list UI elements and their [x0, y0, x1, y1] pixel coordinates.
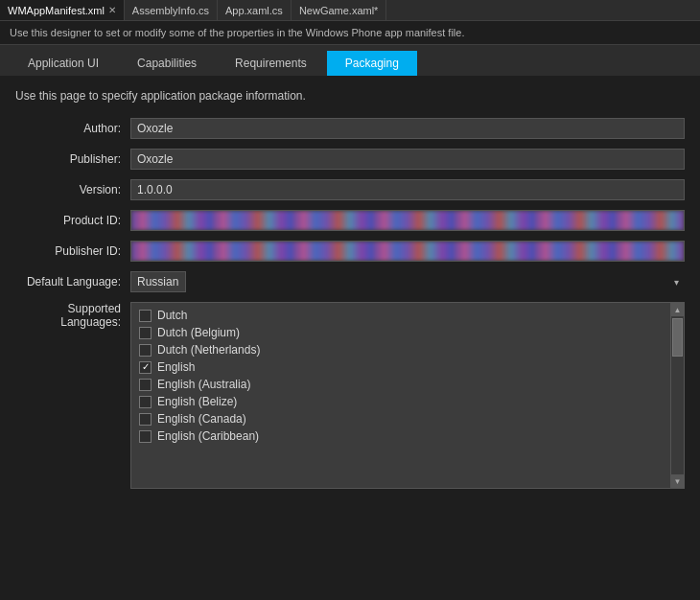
author-row: Author: [15, 118, 685, 139]
dutch-belgium-label: Dutch (Belgium) [157, 326, 240, 339]
scroll-up-button[interactable]: ▲ [671, 303, 684, 316]
default-language-select-wrapper: Russian English [130, 271, 685, 292]
publisher-row: Publisher: [15, 149, 685, 170]
page-description: Use this page to specify application pac… [15, 89, 685, 103]
english-australia-label: English (Australia) [157, 378, 250, 391]
file-tab-newgame[interactable]: NewGame.xaml* [292, 0, 387, 20]
english-belize-label: English (Belize) [157, 395, 237, 408]
file-tab-appxaml[interactable]: App.xaml.cs [218, 0, 292, 20]
english-caribbean-label: English (Caribbean) [157, 429, 259, 443]
file-tab-newgame-label: NewGame.xaml* [299, 5, 379, 16]
version-row: Version: [15, 179, 685, 200]
scroll-down-button[interactable]: ▼ [671, 474, 684, 488]
content-area: Use this page to specify application pac… [0, 76, 700, 512]
tab-capabilities[interactable]: Capabilities [119, 51, 215, 76]
list-item[interactable]: Dutch (Netherlands) [131, 341, 670, 358]
publisher-id-label: Publisher ID: [15, 244, 130, 258]
tab-requirements[interactable]: Requirements [217, 51, 325, 76]
product-id-row: Product ID: [15, 210, 685, 231]
list-item[interactable]: English (Caribbean) [131, 427, 670, 445]
scrollbar-track[interactable] [671, 316, 684, 474]
tab-packaging[interactable]: Packaging [327, 51, 417, 76]
publisher-label: Publisher: [15, 152, 130, 166]
list-item[interactable]: English (Australia) [131, 376, 670, 393]
main-tabs: Application UI Capabilities Requirements… [0, 45, 700, 76]
scrollbar: ▲ ▼ [670, 303, 684, 488]
product-id-label: Product ID: [15, 214, 130, 227]
supported-languages-row: Supported Languages: Dutch Dutch (Belgiu… [15, 302, 685, 489]
dutch-label: Dutch [157, 309, 187, 322]
dutch-checkbox[interactable] [139, 310, 152, 322]
supported-languages-label: Supported Languages: [15, 302, 130, 329]
publisher-id-row: Publisher ID: [15, 241, 685, 262]
english-belize-checkbox[interactable] [139, 396, 152, 408]
info-bar-text: Use this designer to set or modify some … [10, 27, 464, 38]
english-caribbean-checkbox[interactable] [139, 430, 152, 443]
author-label: Author: [15, 122, 130, 135]
scrollbar-thumb[interactable] [672, 318, 683, 357]
tab-bar: WMAppManifest.xml ✕ AssemblyInfo.cs App.… [0, 0, 700, 21]
publisher-id-blur [131, 242, 684, 261]
file-tab-manifest[interactable]: WMAppManifest.xml ✕ [0, 0, 125, 20]
file-tab-manifest-label: WMAppManifest.xml [8, 5, 105, 16]
dutch-netherlands-checkbox[interactable] [139, 344, 152, 357]
default-language-row: Default Language: Russian English [15, 271, 685, 292]
english-canada-label: English (Canada) [157, 412, 246, 426]
file-tab-appxaml-label: App.xaml.cs [225, 5, 283, 16]
info-bar: Use this designer to set or modify some … [0, 21, 700, 45]
close-icon[interactable]: ✕ [108, 5, 116, 15]
language-list-container: Dutch Dutch (Belgium) Dutch (Netherlands… [130, 302, 685, 489]
list-item[interactable]: English [131, 358, 670, 376]
english-canada-checkbox[interactable] [139, 413, 152, 426]
default-language-select[interactable]: Russian English [130, 271, 186, 292]
publisher-id-input[interactable] [130, 241, 685, 262]
language-list: Dutch Dutch (Belgium) Dutch (Netherlands… [131, 303, 670, 488]
english-label: English [157, 360, 195, 374]
list-item[interactable]: Dutch [131, 307, 670, 324]
list-item[interactable]: Dutch (Belgium) [131, 324, 670, 341]
author-input[interactable] [130, 118, 685, 139]
product-id-blur [131, 211, 684, 230]
list-item[interactable]: English (Belize) [131, 393, 670, 410]
list-item[interactable]: English (Canada) [131, 410, 670, 427]
file-tab-assemblyinfo-label: AssemblyInfo.cs [132, 5, 209, 16]
dutch-belgium-checkbox[interactable] [139, 327, 152, 339]
tab-application-ui[interactable]: Application UI [10, 51, 117, 76]
default-language-label: Default Language: [15, 275, 130, 288]
english-checkbox[interactable] [139, 361, 152, 374]
english-australia-checkbox[interactable] [139, 379, 152, 391]
publisher-input[interactable] [130, 149, 685, 170]
version-input[interactable] [130, 179, 685, 200]
file-tab-assemblyinfo[interactable]: AssemblyInfo.cs [125, 0, 218, 20]
version-label: Version: [15, 183, 130, 196]
dutch-netherlands-label: Dutch (Netherlands) [157, 343, 260, 357]
product-id-input[interactable] [130, 210, 685, 231]
